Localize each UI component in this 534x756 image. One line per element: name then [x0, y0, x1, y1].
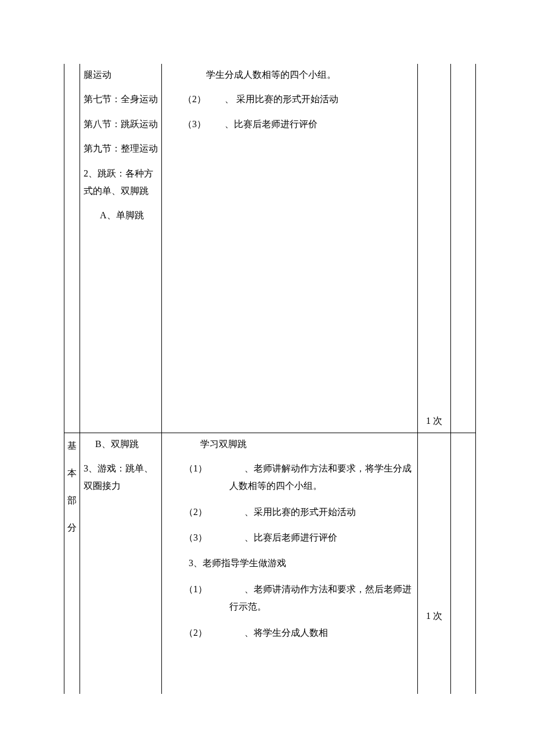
activity-cell: 学习双脚跳 （1） 、老师讲解动作方法和要求，将学生分成人数相等的四个小组。 （… [162, 433, 418, 694]
text-line: （2） 、将学生分成人数相 [165, 624, 414, 642]
count-value: 1 次 [418, 607, 450, 625]
text-line: B、双脚跳 [84, 435, 158, 453]
text: 2、跳跃：各种方式的单、双脚跳 [84, 168, 153, 196]
content-cell: B、双脚跳 3、游戏：跳单、双圈接力 [80, 433, 162, 694]
section-label-char: 分 [66, 517, 78, 538]
count-value: 1 次 [418, 412, 450, 430]
text-line: （3） 、比赛后老师进行评价 [165, 116, 414, 133]
empty-cell [451, 64, 476, 433]
text-line: 2、跳跃：各种方式的单、双脚跳 [84, 165, 158, 200]
activity-cell: 学生分成人数相等的四个小组。 （2） 、 采用比赛的形式开始活动 （3） 、比赛… [162, 64, 418, 433]
text-line: （2） 、 采用比赛的形式开始活动 [165, 91, 414, 108]
section-label-char: 部 [66, 490, 78, 510]
text-line: 腿运动 [84, 66, 158, 84]
section-label-cell [64, 64, 80, 433]
text-line: 3、游戏：跳单、双圈接力 [84, 460, 158, 495]
text-line: 3、老师指导学生做游戏 [165, 555, 414, 572]
section-label-char: 本 [66, 463, 78, 483]
text-line: （2） 、采用比赛的形式开始活动 [165, 503, 414, 521]
text-line: 第七节：全身运动 [84, 91, 158, 108]
content-cell: 腿运动 第七节：全身运动 第八节：跳跃运动 第九节：整理运动 2、跳跃：各种方式… [80, 64, 162, 433]
empty-cell [451, 433, 476, 694]
text-line: 第八节：跳跃运动 [84, 116, 158, 133]
text-line: 第九节：整理运动 [84, 140, 158, 157]
text-line: 学生分成人数相等的四个小组。 [165, 66, 414, 84]
table-row: 腿运动 第七节：全身运动 第八节：跳跃运动 第九节：整理运动 2、跳跃：各种方式… [64, 64, 476, 433]
text-line: 学习双脚跳 [165, 435, 414, 453]
text-line: A、单脚跳 [84, 207, 158, 224]
section-label-cell: 基 本 部 分 [64, 433, 80, 694]
section-label-char: 基 [66, 435, 78, 456]
count-cell: 1 次 [418, 64, 451, 433]
document-page: 腿运动 第七节：全身运动 第八节：跳跃运动 第九节：整理运动 2、跳跃：各种方式… [0, 0, 534, 756]
text-line: （1） 、老师讲解动作方法和要求，将学生分成人数相等的四个小组。 [165, 460, 414, 495]
table-row: 基 本 部 分 B、双脚跳 3、游戏：跳单、双圈接力 学习双脚跳 （1） 、老师… [64, 433, 476, 694]
count-cell: 1 次 [418, 433, 451, 694]
text-line: （3） 、比赛后老师进行评价 [165, 529, 414, 546]
lesson-plan-table: 腿运动 第七节：全身运动 第八节：跳跃运动 第九节：整理运动 2、跳跃：各种方式… [64, 64, 476, 694]
text-line: （1） 、老师讲清动作方法和要求，然后老师进行示范。 [165, 581, 414, 616]
